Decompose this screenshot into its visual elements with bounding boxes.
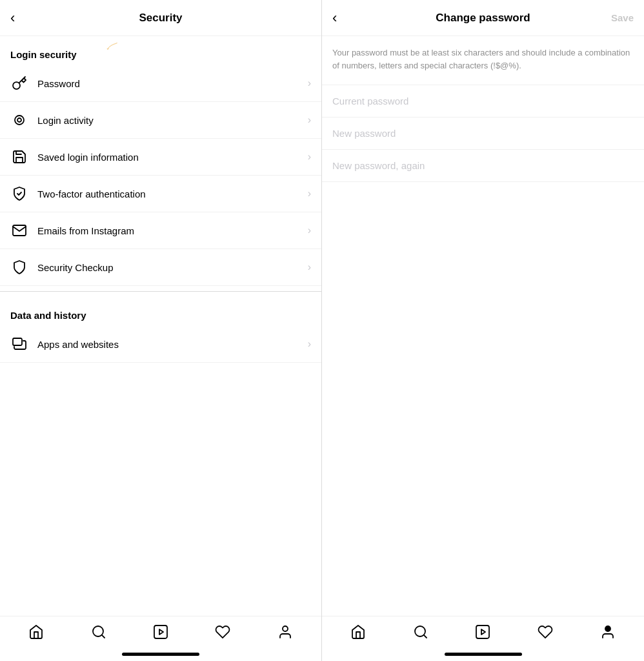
security-screen: ‹ Security Login security Password › bbox=[0, 0, 322, 661]
change-password-title: Change password bbox=[436, 12, 530, 25]
two-factor-chevron: › bbox=[308, 188, 311, 199]
sidebar-item-security-checkup[interactable]: Security Checkup › bbox=[0, 249, 321, 286]
right-bottom-nav bbox=[322, 616, 644, 653]
right-reels-nav-icon[interactable] bbox=[475, 624, 490, 640]
svg-rect-2 bbox=[13, 338, 22, 345]
mail-icon bbox=[10, 221, 28, 239]
data-history-header: Data and history bbox=[0, 297, 321, 326]
login-activity-chevron: › bbox=[308, 114, 311, 126]
save-icon bbox=[10, 148, 28, 166]
saved-login-chevron: › bbox=[308, 151, 311, 163]
change-password-header: ‹ Change password Save bbox=[322, 0, 644, 36]
password-description: Your password must be at least six chara… bbox=[322, 36, 644, 85]
heart-nav-icon[interactable] bbox=[215, 624, 230, 640]
search-nav-icon[interactable] bbox=[91, 624, 106, 640]
svg-marker-6 bbox=[159, 629, 163, 635]
new-password-field bbox=[322, 117, 644, 150]
left-bottom bbox=[0, 616, 321, 661]
new-password-input[interactable] bbox=[332, 128, 634, 139]
svg-rect-10 bbox=[476, 625, 489, 638]
location-icon bbox=[10, 111, 28, 129]
security-header: ‹ Security bbox=[0, 0, 321, 36]
home-indicator-right bbox=[445, 653, 522, 656]
security-content: Login security Password › bbox=[0, 36, 321, 616]
sidebar-item-password[interactable]: Password › bbox=[0, 65, 321, 102]
sidebar-item-emails[interactable]: Emails from Instagram › bbox=[0, 212, 321, 249]
current-password-input[interactable] bbox=[332, 96, 634, 107]
new-password-again-input[interactable] bbox=[332, 160, 634, 171]
login-security-header: Login security bbox=[0, 36, 321, 65]
apps-websites-chevron: › bbox=[308, 338, 311, 350]
shield-check-icon bbox=[10, 185, 28, 203]
left-bottom-nav bbox=[0, 616, 321, 653]
right-home-nav-icon[interactable] bbox=[350, 624, 366, 640]
password-label: Password bbox=[37, 78, 308, 89]
reels-nav-icon[interactable] bbox=[153, 624, 168, 640]
login-activity-label: Login activity bbox=[37, 115, 308, 126]
right-profile-nav-icon[interactable] bbox=[600, 624, 616, 640]
svg-point-0 bbox=[15, 116, 24, 125]
apps-websites-label: Apps and websites bbox=[37, 339, 308, 350]
svg-rect-5 bbox=[154, 625, 167, 638]
change-password-content: Your password must be at least six chara… bbox=[322, 36, 644, 616]
back-button[interactable]: ‹ bbox=[10, 11, 15, 25]
password-chevron: › bbox=[308, 77, 311, 89]
svg-point-7 bbox=[283, 626, 288, 631]
current-password-field bbox=[322, 85, 644, 117]
key-icon bbox=[10, 74, 28, 92]
sidebar-item-login-activity[interactable]: Login activity › bbox=[0, 102, 321, 139]
right-heart-nav-icon[interactable] bbox=[538, 624, 553, 640]
right-panel: ‹ Change password Save Your password mus… bbox=[322, 0, 644, 661]
profile-nav-icon[interactable] bbox=[277, 624, 293, 640]
sidebar-item-apps-websites[interactable]: Apps and websites › bbox=[0, 326, 321, 363]
svg-marker-11 bbox=[481, 629, 485, 635]
svg-point-1 bbox=[17, 118, 21, 122]
sidebar-item-two-factor[interactable]: Two-factor authentication › bbox=[0, 176, 321, 212]
section-divider bbox=[0, 291, 321, 292]
save-button[interactable]: Save bbox=[611, 12, 634, 23]
emails-chevron: › bbox=[308, 225, 311, 236]
new-password-again-field bbox=[322, 150, 644, 182]
svg-point-12 bbox=[605, 626, 610, 631]
shield-icon bbox=[10, 258, 28, 276]
home-nav-icon[interactable] bbox=[28, 624, 44, 640]
security-title: Security bbox=[139, 12, 182, 25]
monitor-icon bbox=[10, 335, 28, 353]
two-factor-label: Two-factor authentication bbox=[37, 188, 308, 199]
right-search-nav-icon[interactable] bbox=[413, 624, 428, 640]
security-checkup-label: Security Checkup bbox=[37, 262, 308, 273]
home-indicator-left bbox=[122, 653, 199, 656]
left-panel: ‹ Security Login security Password › bbox=[0, 0, 322, 661]
security-checkup-chevron: › bbox=[308, 261, 311, 273]
sidebar-item-saved-login[interactable]: Saved login information › bbox=[0, 139, 321, 176]
svg-line-9 bbox=[424, 635, 427, 638]
saved-login-label: Saved login information bbox=[37, 152, 308, 163]
emails-label: Emails from Instagram bbox=[37, 225, 308, 236]
right-bottom bbox=[322, 616, 644, 661]
change-password-back-button[interactable]: ‹ bbox=[332, 11, 337, 25]
svg-line-4 bbox=[101, 635, 104, 638]
